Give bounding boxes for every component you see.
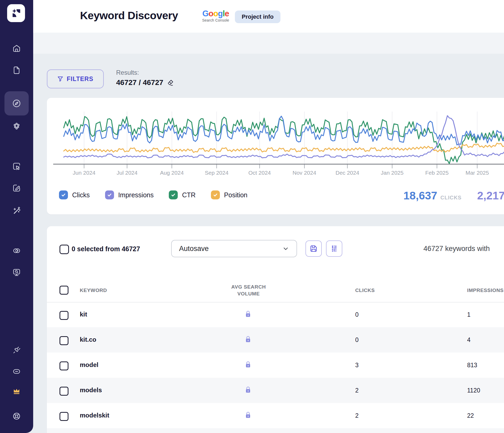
row-clicks-value: 3	[355, 362, 359, 369]
header-substrip	[33, 33, 504, 54]
clicks-stat-label: CLICKS	[440, 195, 461, 201]
svg-text:Jan 2025: Jan 2025	[381, 170, 403, 176]
select-all-visible-checkbox[interactable]	[60, 245, 69, 254]
svg-text:Aug 2024: Aug 2024	[160, 170, 184, 176]
impressions-stat: 2,217	[477, 189, 504, 202]
legend-toggle-ctr[interactable]: CTR	[169, 190, 195, 199]
row-checkbox[interactable]	[60, 412, 68, 421]
row-clicks-value: 0	[355, 336, 359, 344]
row-keyword[interactable]: kit.co	[80, 336, 96, 343]
sidebar-item-keyword-discovery[interactable]	[0, 99, 33, 108]
row-keyword[interactable]: modelskit	[80, 412, 109, 419]
sidebar-item-upgrade[interactable]	[0, 386, 33, 395]
legend-toggle-clicks[interactable]: Clicks	[59, 190, 90, 199]
svg-text:Feb 2025: Feb 2025	[425, 170, 449, 176]
google-logo-word: Google	[201, 9, 230, 18]
row-impressions-value: 22	[467, 412, 474, 419]
google-search-console-logo: Google Search Console	[201, 9, 230, 22]
svg-text:Jun 2024: Jun 2024	[73, 170, 96, 176]
row-checkbox[interactable]	[60, 311, 68, 320]
svg-text:Sep 2024: Sep 2024	[205, 170, 229, 176]
sidebar-item-home[interactable]	[0, 44, 33, 53]
edit-icon	[12, 184, 21, 193]
sidebar-item-apps[interactable]	[0, 122, 33, 130]
svg-text:Oct 2024: Oct 2024	[248, 170, 271, 176]
clicks-stat: 18,637 CLICKS	[403, 189, 462, 202]
row-keyword[interactable]: models	[80, 386, 102, 394]
save-button[interactable]	[305, 240, 322, 257]
document-icon	[12, 66, 21, 75]
legend-toggle-impressions[interactable]: Impressions	[105, 190, 154, 199]
row-clicks-value: 2	[355, 412, 359, 419]
col-impressions[interactable]: IMPRESSIONS	[467, 288, 504, 293]
table-row[interactable]: modelskit 2 22	[47, 403, 504, 428]
svg-text:Jul 2024: Jul 2024	[117, 170, 138, 176]
eraser-icon[interactable]	[167, 79, 174, 86]
chevron-down-icon	[282, 245, 289, 252]
row-keyword[interactable]: kit	[80, 311, 87, 318]
sidebar-item-tracking[interactable]	[0, 162, 33, 171]
row-checkbox[interactable]	[60, 336, 68, 345]
google-logo-subtitle: Search Console	[201, 18, 230, 22]
filters-button[interactable]: FILTERS	[47, 69, 104, 88]
keyword-discovery-screen: Keyword Discovery Google Search Console …	[0, 0, 504, 433]
compass-icon	[12, 99, 21, 108]
row-checkbox[interactable]	[60, 361, 68, 370]
sidebar-item-compare[interactable]	[0, 246, 33, 255]
legend-toggle-position[interactable]: Position	[211, 190, 248, 199]
row-keyword[interactable]: model	[80, 361, 98, 369]
legend-checkbox[interactable]	[169, 190, 178, 199]
keywords-table-card: 0 selected from 46727 Autosave 46727 key…	[47, 226, 504, 433]
sidebar-item-site-audit[interactable]	[0, 268, 33, 277]
row-clicks-value: 0	[355, 311, 359, 318]
table-row[interactable]: kit.co 0 4	[47, 327, 504, 353]
select-all-checkbox[interactable]	[60, 286, 68, 295]
legend-label: CTR	[182, 191, 195, 199]
funnel-icon	[57, 76, 63, 82]
lock-icon	[245, 386, 251, 395]
col-clicks[interactable]: CLICKS	[355, 288, 375, 293]
keywords-summary-text: 46727 keywords with	[423, 245, 490, 253]
selected-count-text: 0 selected from 46727	[72, 245, 140, 253]
columns-settings-button[interactable]	[326, 240, 342, 257]
lock-icon	[245, 310, 251, 319]
row-impressions-value: 4	[467, 336, 471, 344]
sidebar-item-editor[interactable]	[0, 184, 33, 193]
sidebar-item-api[interactable]	[0, 367, 33, 376]
google-letter: o	[213, 9, 218, 18]
sidebar-item-ai-tools[interactable]	[0, 206, 33, 215]
sidebar-item-documents[interactable]	[0, 66, 33, 75]
legend-checkbox[interactable]	[105, 190, 114, 199]
google-letter: G	[202, 9, 209, 18]
home-icon	[12, 44, 21, 53]
app-logo[interactable]	[7, 4, 25, 22]
lock-icon	[245, 411, 251, 420]
clicks-stat-value: 18,637	[403, 189, 437, 202]
col-keyword[interactable]: KEYWORD	[80, 288, 107, 293]
project-info-button[interactable]: Project info	[235, 11, 280, 23]
overlap-circles-icon	[12, 246, 21, 255]
table-row[interactable]: kit 0 1	[47, 302, 504, 327]
row-impressions-value: 813	[467, 362, 477, 369]
sidebar-item-integrations[interactable]	[0, 345, 33, 354]
google-letter: o	[209, 9, 213, 18]
lock-icon	[245, 335, 251, 344]
table-row[interactable]: model 3 813	[47, 353, 504, 378]
table-row-partial	[47, 428, 504, 433]
col-avg-search-volume[interactable]: AVG SEARCH VOLUME	[225, 284, 272, 297]
legend-checkbox[interactable]	[59, 190, 68, 199]
table-row[interactable]: models 2 1120	[47, 378, 504, 403]
floppy-icon	[310, 245, 318, 253]
table-rows: kit 0 1 kit.co 0 4 model	[47, 302, 504, 428]
autosave-select-value: Autosave	[179, 245, 209, 253]
row-checkbox[interactable]	[60, 387, 68, 396]
target-icon	[12, 412, 21, 421]
legend-checkbox[interactable]	[211, 190, 220, 199]
results-value: 46727 / 46727	[116, 78, 174, 87]
autosave-select[interactable]: Autosave	[171, 240, 297, 257]
filters-button-label: FILTERS	[67, 75, 93, 83]
monitor-search-icon	[12, 268, 21, 277]
svg-text:Dec 2024: Dec 2024	[335, 170, 359, 176]
sidebar-item-help[interactable]	[0, 412, 33, 421]
svg-text:Nov 2024: Nov 2024	[293, 170, 316, 176]
